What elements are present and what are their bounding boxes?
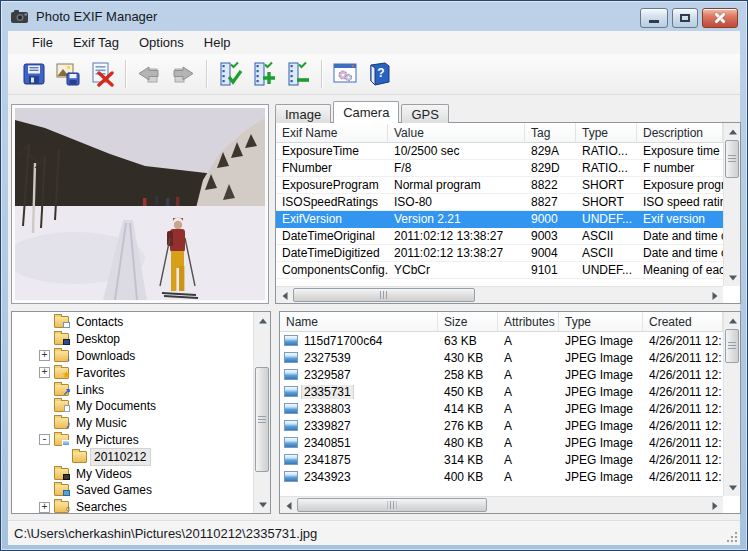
exif-vertical-scrollbar[interactable]	[723, 123, 740, 286]
options-button[interactable]	[328, 57, 362, 91]
exif-row[interactable]: ComponentsConfig...YCbCr9101UNDEF...Mean…	[276, 262, 723, 279]
help-button[interactable]: ?	[362, 57, 396, 91]
download-arrow-icon	[66, 353, 71, 363]
scroll-thumb[interactable]	[725, 329, 739, 363]
menu-options[interactable]: Options	[129, 33, 194, 52]
scroll-down-button[interactable]	[724, 269, 741, 286]
expand-toggle[interactable]: +	[39, 350, 50, 361]
scroll-up-button[interactable]	[254, 312, 271, 329]
file-created: 4/26/2011 12:	[643, 453, 723, 467]
back-button[interactable]	[132, 57, 166, 91]
minimize-button[interactable]	[640, 8, 668, 28]
scroll-down-button[interactable]	[254, 496, 271, 513]
column-header[interactable]: Size	[438, 312, 498, 331]
column-header[interactable]: Type	[559, 312, 643, 331]
menu-exif-tag[interactable]: Exif Tag	[63, 33, 129, 52]
scroll-right-button[interactable]	[706, 287, 723, 304]
scroll-up-button[interactable]	[724, 123, 741, 140]
column-header[interactable]: Value	[388, 123, 525, 142]
file-row[interactable]: 2339827 276 KBAJPEG Image4/26/2011 12:	[280, 417, 723, 434]
file-row-selected[interactable]: 2335731 450 KBAJPEG Image4/26/2011 12:	[280, 383, 723, 400]
menu-file[interactable]: File	[22, 33, 63, 52]
scroll-thumb[interactable]	[297, 498, 487, 512]
exif-row[interactable]: DateTimeDigitized2011:02:12 13:38:279004…	[276, 245, 723, 262]
scroll-thumb[interactable]	[255, 367, 269, 472]
exif-row[interactable]: ExposureProgramNormal program8822SHORTEx…	[276, 177, 723, 194]
menu-help[interactable]: Help	[194, 33, 241, 52]
magnifier-icon	[66, 504, 71, 513]
tab-gps[interactable]: GPS	[401, 104, 448, 123]
exif-tag-check-button[interactable]	[213, 57, 247, 91]
expand-toggle[interactable]: -	[39, 434, 50, 445]
tree-item-20110212[interactable]: 20110212	[12, 448, 253, 465]
forward-button[interactable]	[166, 57, 200, 91]
file-name: 2343923	[302, 470, 353, 484]
column-header[interactable]: Exif Name	[276, 123, 388, 142]
column-header[interactable]: Description	[637, 123, 723, 142]
expand-toggle[interactable]: +	[39, 367, 50, 378]
image-file-icon	[284, 386, 298, 397]
tree-item-my-documents[interactable]: My Documents	[12, 398, 253, 415]
file-row[interactable]: 2327539 430 KBAJPEG Image4/26/2011 12:	[280, 349, 723, 366]
scroll-up-button[interactable]	[724, 312, 741, 329]
file-name: 115d71700c64	[302, 334, 385, 348]
scroll-right-button[interactable]	[706, 497, 723, 514]
tree-item-desktop[interactable]: Desktop	[12, 331, 253, 348]
file-row[interactable]: 2343923 400 KBAJPEG Image4/26/2011 12:	[280, 468, 723, 485]
tree-item-downloads[interactable]: + Downloads	[12, 348, 253, 365]
column-header[interactable]: Tag	[525, 123, 576, 142]
tree-item-contacts[interactable]: Contacts	[12, 314, 253, 331]
tree-item-my-videos[interactable]: My Videos	[12, 465, 253, 482]
file-row[interactable]: 2340851 480 KBAJPEG Image4/26/2011 12:	[280, 434, 723, 451]
close-button[interactable]	[702, 8, 738, 28]
scroll-down-button[interactable]	[724, 479, 741, 496]
tab-camera[interactable]: Camera	[333, 101, 399, 123]
file-vertical-scrollbar[interactable]	[723, 312, 740, 496]
file-row[interactable]: 2341875 314 KBAJPEG Image4/26/2011 12:	[280, 451, 723, 468]
scroll-left-button[interactable]	[276, 287, 293, 304]
expand-toggle[interactable]: +	[39, 502, 50, 513]
exif-table-panel: Exif Name Value Tag Type Description Exp…	[275, 122, 741, 304]
film-icon	[63, 474, 70, 480]
tree-item-my-pictures[interactable]: - My Pictures	[12, 432, 253, 449]
maximize-button[interactable]	[672, 8, 698, 28]
tree-item-searches[interactable]: + Searches	[12, 499, 253, 513]
exif-value-cell: Version 2.21	[388, 212, 525, 226]
column-header[interactable]: Created	[643, 312, 723, 331]
options-gears-icon	[332, 61, 358, 87]
column-header[interactable]: Name	[280, 312, 438, 331]
save-button[interactable]	[17, 57, 51, 91]
pictures-folder-icon	[54, 434, 69, 446]
file-created: 4/26/2011 12:	[643, 385, 723, 399]
resize-grip-icon[interactable]	[725, 530, 738, 543]
save-image-button[interactable]	[51, 57, 85, 91]
exif-row[interactable]: ISOSpeedRatingsISO-808827SHORTISO speed …	[276, 194, 723, 211]
file-row[interactable]: 115d71700c64 63 KBAJPEG Image4/26/2011 1…	[280, 332, 723, 349]
delete-exif-list-button[interactable]	[85, 57, 119, 91]
exif-row-selected[interactable]: ExifVersionVersion 2.219000UNDEF...Exif …	[276, 211, 723, 228]
tree-vertical-scrollbar[interactable]	[253, 312, 270, 513]
scroll-left-button[interactable]	[280, 497, 297, 514]
tree-item-my-music[interactable]: My Music	[12, 415, 253, 432]
title-bar[interactable]: Photo EXIF Manager	[1, 1, 747, 31]
exif-tag-remove-button[interactable]	[281, 57, 315, 91]
column-header[interactable]: Type	[576, 123, 637, 142]
scroll-thumb[interactable]	[725, 140, 739, 178]
scroll-thumb[interactable]	[293, 288, 475, 302]
exif-row[interactable]: ExposureTime10/2500 sec829ARATIO...Expos…	[276, 143, 723, 160]
tree-item-favorites[interactable]: + Favorites	[12, 364, 253, 381]
exif-tag-add-button[interactable]	[247, 57, 281, 91]
exif-row[interactable]: DateTimeOriginal2011:02:12 13:38:279003A…	[276, 228, 723, 245]
file-row[interactable]: 2338803 414 KBAJPEG Image4/26/2011 12:	[280, 400, 723, 417]
exif-horizontal-scrollbar[interactable]	[276, 286, 723, 303]
file-horizontal-scrollbar[interactable]	[280, 496, 723, 513]
image-file-icon	[284, 335, 298, 346]
exif-row[interactable]: FNumberF/8829DRATIO...F number	[276, 160, 723, 177]
tree-item-saved-games[interactable]: Saved Games	[12, 482, 253, 499]
left-arrow-icon	[286, 502, 291, 510]
file-row[interactable]: 2329587 258 KBAJPEG Image4/26/2011 12:	[280, 366, 723, 383]
camera-app-icon	[11, 9, 30, 24]
tab-image[interactable]: Image	[275, 104, 331, 123]
tree-item-links[interactable]: Links	[12, 381, 253, 398]
column-header[interactable]: Attributes	[498, 312, 559, 331]
